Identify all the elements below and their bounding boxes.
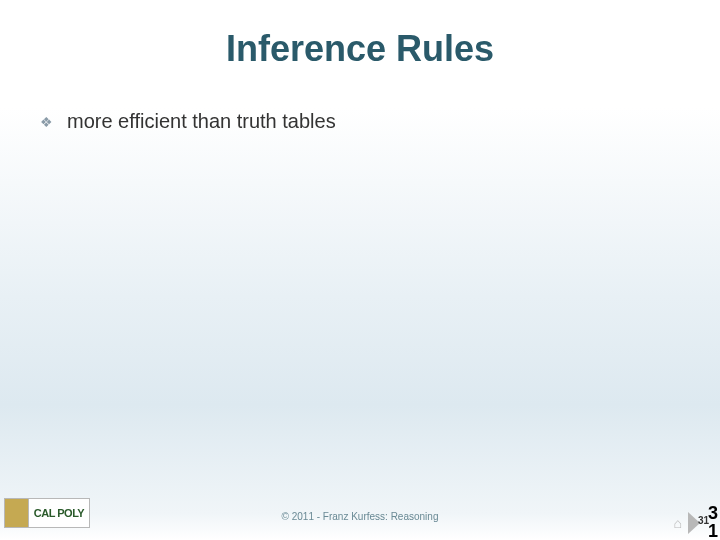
bullet-item: ❖ more efficient than truth tables <box>40 110 720 133</box>
logo-text: CAL POLY <box>29 507 89 519</box>
content-area: ❖ more efficient than truth tables <box>0 70 720 133</box>
logo-emblem <box>5 499 29 527</box>
nav-area: ⌂ 31 3 1 <box>674 512 714 534</box>
diamond-bullet-icon: ❖ <box>40 114 53 130</box>
footer: CAL POLY © 2011 - Franz Kurfess: Reasoni… <box>0 488 720 540</box>
page-back-top: 3 <box>708 504 718 522</box>
page-number-back: 3 1 <box>708 504 718 540</box>
calpoly-logo: CAL POLY <box>4 498 90 528</box>
copyright-text: © 2011 - Franz Kurfess: Reasoning <box>282 511 439 522</box>
page-back-bottom: 1 <box>708 522 718 540</box>
bullet-text: more efficient than truth tables <box>67 110 336 133</box>
slide-title: Inference Rules <box>0 0 720 70</box>
home-icon: ⌂ <box>674 515 682 531</box>
page-indicator: 31 3 1 <box>688 512 714 534</box>
